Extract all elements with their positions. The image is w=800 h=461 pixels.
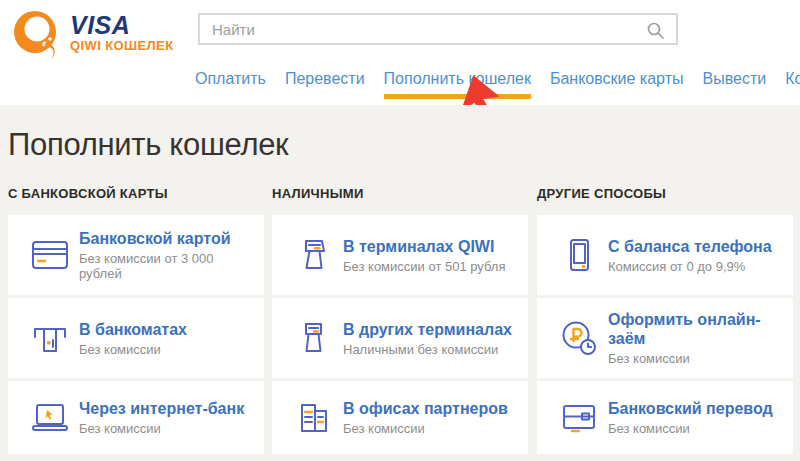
card-subtitle: Без комиссии (79, 342, 187, 357)
column-cash: В терминалах QIWI Без комиссии от 501 ру… (272, 215, 528, 454)
search-box (198, 13, 678, 45)
card-via-internet-bank[interactable]: Через интернет-банк Без комиссии (8, 381, 264, 454)
column-other-ways: С баланса телефона Комиссия от 0 до 9,9%… (537, 215, 793, 454)
bank-transfer-icon (557, 396, 601, 440)
page-title: Пополнить кошелек (8, 127, 288, 163)
ruble-clock-loan-icon (557, 316, 601, 360)
qiwi-terminal-icon (292, 233, 336, 277)
nav-item-bank-cards[interactable]: Банковские карты (550, 70, 684, 88)
qiwi-bird-icon (10, 6, 64, 60)
terminal-icon (292, 316, 336, 360)
card-qiwi-terminals[interactable]: В терминалах QIWI Без комиссии от 501 ру… (272, 215, 528, 295)
card-subtitle: Без комиссии от 3 000 рублей (79, 251, 258, 281)
card-title: Банковский перевод (608, 399, 773, 418)
logo-qiwi-text: QIWI КОШЕЛЕК (70, 38, 174, 53)
phone-icon (557, 233, 601, 277)
nav-item-transfer[interactable]: Перевести (285, 70, 365, 88)
partner-office-icon (292, 396, 336, 440)
laptop-icon (28, 396, 72, 440)
main-nav: Оплатить Перевести Пополнить кошелек Бан… (195, 70, 800, 88)
card-title: С баланса телефона (608, 237, 772, 256)
card-other-terminals[interactable]: В других терминалах Наличными без комисс… (272, 298, 528, 378)
header: VISA QIWI КОШЕЛЕК Оплатить Перевести Поп… (0, 0, 800, 105)
card-in-atms[interactable]: В банкоматах Без комиссии (8, 298, 264, 378)
card-partner-offices[interactable]: В офисах партнеров Без комиссии (272, 381, 528, 454)
card-phone-balance[interactable]: С баланса телефона Комиссия от 0 до 9,9% (537, 215, 793, 295)
card-subtitle: Без комиссии (343, 421, 508, 436)
search-icon[interactable] (646, 21, 666, 41)
column-bank-card: Банковской картой Без комиссии от 3 000 … (8, 215, 264, 454)
card-subtitle: Без комиссии (608, 351, 787, 366)
search-input[interactable] (200, 15, 676, 43)
card-subtitle: Без комиссии от 501 рубля (343, 259, 505, 274)
nav-item-withdraw[interactable]: Вывести (703, 70, 767, 88)
atm-icon (28, 316, 72, 360)
card-by-bank-card[interactable]: Банковской картой Без комиссии от 3 000 … (8, 215, 264, 295)
card-title: В офисах партнеров (343, 399, 508, 418)
card-title: Оформить онлайн-заём (608, 310, 787, 348)
column-header-other: ДРУГИЕ СПОСОБЫ (537, 186, 666, 201)
column-header-bank-card: С БАНКОВСКОЙ КАРТЫ (8, 186, 168, 201)
card-subtitle: Наличными без комиссии (343, 342, 512, 357)
nav-item-top-up-wallet[interactable]: Пополнить кошелек (384, 70, 531, 88)
card-online-loan[interactable]: Оформить онлайн-заём Без комиссии (537, 298, 793, 378)
qiwi-logo[interactable]: VISA QIWI КОШЕЛЕК (10, 6, 174, 60)
card-subtitle: Без комиссии (608, 421, 773, 436)
nav-item-pay[interactable]: Оплатить (195, 70, 266, 88)
card-subtitle: Комиссия от 0 до 9,9% (608, 259, 772, 274)
card-subtitle: Без комиссии (79, 421, 244, 436)
card-bank-transfer[interactable]: Банковский перевод Без комиссии (537, 381, 793, 454)
column-header-cash: НАЛИЧНЫМИ (272, 186, 364, 201)
card-title: В терминалах QIWI (343, 237, 505, 256)
card-title: В других терминалах (343, 320, 512, 339)
card-title: Через интернет-банк (79, 399, 244, 418)
logo-visa-text: VISA (70, 14, 174, 36)
nav-item-piggy-bank[interactable]: Копилка (785, 70, 800, 88)
card-title: Банковской картой (79, 229, 258, 248)
card-title: В банкоматах (79, 320, 187, 339)
top-up-wallet-section: Пополнить кошелек С БАНКОВСКОЙ КАРТЫ НАЛ… (0, 105, 800, 461)
bank-card-icon (28, 233, 72, 277)
